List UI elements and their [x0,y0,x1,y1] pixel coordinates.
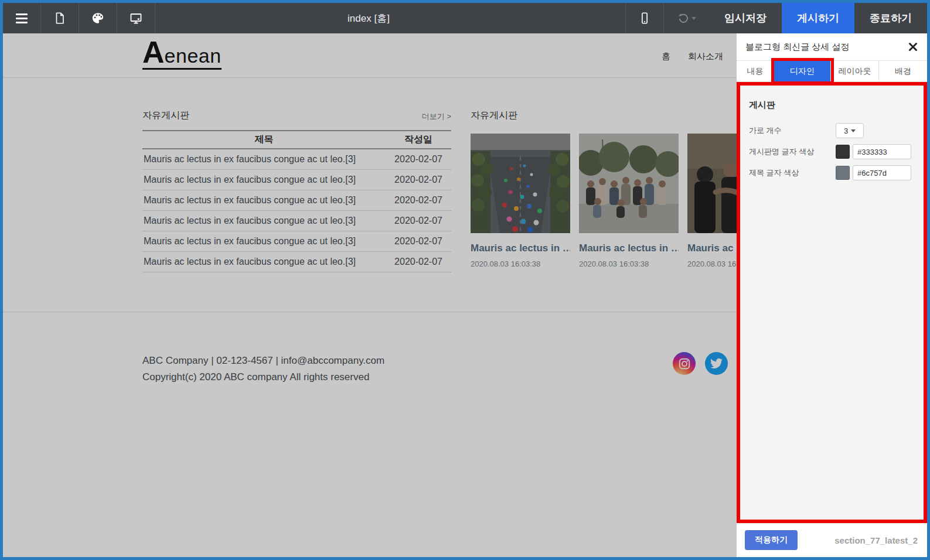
col-header-title: 제목 [142,131,386,149]
table-row[interactable]: Mauris ac lectus in ex faucibus congue a… [142,251,451,272]
chevron-down-icon [851,129,856,132]
undo-caret-icon [691,17,696,20]
section-id-label: section_77_latest_2 [834,535,918,545]
pages-button[interactable] [41,3,79,33]
logo-rest: enean [165,45,222,67]
card-title: Mauris ac … [687,243,737,254]
instagram-link[interactable] [673,352,696,375]
mobile-view-button[interactable] [625,3,663,33]
card-image-group-indoor [687,134,737,233]
footer-contact-line: ABC Company | 02-123-4567 | info@abccomp… [142,353,384,369]
card-date: 2020.08.03 16:03:38 [579,259,679,268]
twitter-icon [710,357,723,370]
instagram-icon [678,357,691,370]
post-card[interactable]: Mauris ac lectus in … 2020.08.03 16:03:3… [471,134,570,268]
table-header-row: 제목 작성일 [142,131,451,149]
footer-copyright-line: Copyright(c) 2020 ABC company All rights… [142,369,384,385]
undo-button[interactable] [663,3,709,33]
tab-content[interactable]: 내용 [737,61,774,81]
table-row[interactable]: Mauris ac lectus in ex faucibus congue a… [142,169,451,190]
panel-header: 블로그형 최신글 상세 설정 [737,33,927,60]
nav-item-home[interactable]: 홈 [662,51,670,62]
apply-button[interactable]: 적용하기 [745,530,798,550]
table-row[interactable]: Mauris ac lectus in ex faucibus congue a… [142,231,451,251]
post-card[interactable]: Mauris ac … 2020.08.03 16… [687,134,737,268]
col-header-date: 작성일 [386,131,451,149]
monitor-icon [129,11,143,25]
card-date: 2020.08.03 16… [687,259,737,268]
table-row[interactable]: Mauris ac lectus in ex faucibus congue a… [142,149,451,169]
close-icon [908,42,918,52]
panel-body-highlighted: 게시판 가로 개수 3 게시판명 글자 색상 제목 글자 색상 [737,82,927,523]
card-title: Mauris ac lectus in … [471,243,570,254]
table-row[interactable]: Mauris ac lectus in ex faucibus congue a… [142,210,451,231]
desktop-view-button[interactable] [117,3,155,33]
settings-panel: 블로그형 최신글 상세 설정 내용 디자인 레이아웃 배경 게시판 가로 개수 … [737,33,927,557]
social-links [673,352,728,375]
card-image-group-outdoor [579,134,679,233]
card-title: Mauris ac lectus in … [579,243,679,254]
board-name-color-row: 게시판명 글자 색상 [749,141,915,162]
card-image-marathon [471,134,570,233]
card-date: 2020.08.03 16:03:38 [471,259,570,268]
board-table: 제목 작성일 Mauris ac lectus in ex faucibus c… [142,130,451,272]
top-toolbar: index [홈] 임시저장 게시하기 종료하기 [3,3,927,33]
title-color-input[interactable] [853,165,911,180]
toolbar-right: 임시저장 게시하기 종료하기 [625,3,927,33]
smartphone-icon [638,11,651,25]
footer-info: ABC Company | 02-123-4567 | info@abccomp… [142,353,384,385]
post-card[interactable]: Mauris ac lectus in … 2020.08.03 16:03:3… [579,134,679,268]
close-button[interactable] [908,42,918,52]
temp-save-button[interactable]: 임시저장 [709,3,782,33]
latest-posts-widget[interactable]: 자유게시판 [471,110,737,268]
columns-select[interactable]: 3 [836,123,864,138]
columns-select-value: 3 [844,127,848,135]
page-preview: Aenean 홈 회사소개 자유게시판 더보기 > 제목 작성일 M [3,33,737,557]
panel-title: 블로그형 최신글 상세 설정 [745,42,850,53]
site-logo[interactable]: Aenean [142,37,222,70]
section-divider [3,312,737,312]
board-name-color-input[interactable] [853,144,911,159]
nav-item-about[interactable]: 회사소개 [688,51,723,62]
board-name-color-swatch[interactable] [836,145,850,159]
site-header: Aenean 홈 회사소개 [3,33,737,78]
publish-button[interactable]: 게시하기 [782,3,854,33]
page-icon [53,12,66,25]
exit-button[interactable]: 종료하기 [854,3,927,33]
panel-footer: 적용하기 section_77_latest_2 [737,523,927,557]
more-link[interactable]: 더보기 > [422,111,451,122]
tab-design[interactable]: 디자인 [774,61,831,81]
columns-field-row: 가로 개수 3 [749,120,915,141]
site-nav: 홈 회사소개 [662,51,723,62]
editor-window: index [홈] 임시저장 게시하기 종료하기 Aenean 홈 회사소개 [0,0,930,560]
design-button[interactable] [79,3,117,33]
board-name-color-label: 게시판명 글자 색상 [749,146,836,157]
title-color-row: 제목 글자 색상 [749,162,915,183]
tab-background[interactable]: 배경 [879,61,927,81]
title-color-swatch[interactable] [836,166,850,180]
panel-tabs: 내용 디자인 레이아웃 배경 [737,60,927,82]
title-color-label: 제목 글자 색상 [749,168,836,178]
twitter-link[interactable] [705,352,728,375]
board-settings-heading: 게시판 [749,100,915,111]
board-list-title: 자유게시판 [142,110,189,122]
board-cards-title: 자유게시판 [471,110,737,122]
tab-layout[interactable]: 레이아웃 [831,61,879,81]
menu-button[interactable] [3,3,41,33]
logo-initial: A [142,35,165,69]
columns-label: 가로 개수 [749,125,836,136]
palette-icon [91,12,104,25]
hamburger-icon [16,13,28,23]
board-list-section: 자유게시판 더보기 > 제목 작성일 Mauris ac lectus in e… [142,110,451,272]
undo-icon [677,12,689,24]
table-row[interactable]: Mauris ac lectus in ex faucibus congue a… [142,190,451,210]
